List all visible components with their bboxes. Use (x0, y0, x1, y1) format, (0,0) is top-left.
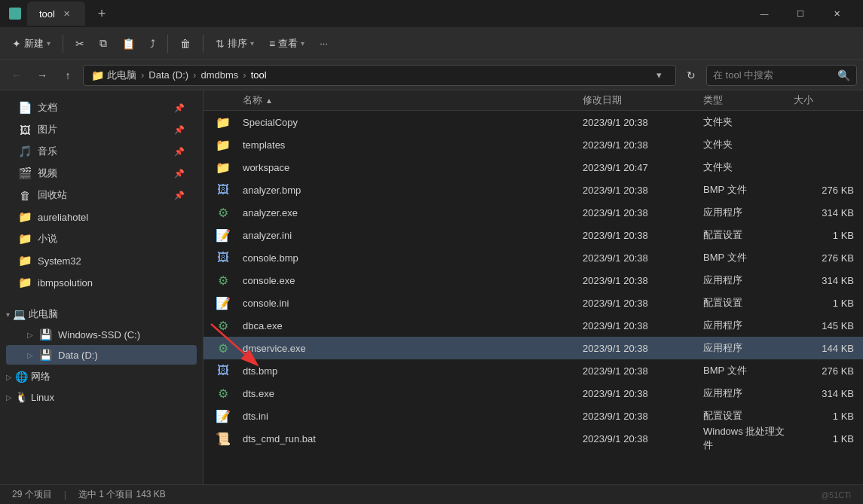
address-dropdown-button[interactable]: ▾ (650, 66, 668, 84)
tab-close-button[interactable]: ✕ (61, 8, 73, 20)
table-row[interactable]: 🖼 dts.bmp 2023/9/1 20:38 BMP 文件 276 KB (204, 359, 863, 382)
sidebar-item-music[interactable]: 🎵 音乐 📌 (6, 141, 197, 162)
expand-data-d-icon: ▷ (27, 351, 33, 359)
sort-by-type[interactable]: 类型 (697, 93, 788, 107)
view-button[interactable]: ≡ 查看 ▾ (263, 33, 311, 54)
sidebar-item-docs[interactable]: 📄 文档 📌 (6, 97, 197, 118)
file-icon-cell: 🖼 (204, 182, 243, 197)
refresh-button[interactable]: ↻ (681, 65, 702, 86)
sort-by-size[interactable]: 大小 (788, 93, 863, 107)
file-name: templates (243, 139, 577, 151)
move-icon: ⤴ (150, 38, 155, 50)
sort-by-name[interactable]: 名称 ▲ (204, 93, 577, 107)
watermark: @51CTi (821, 490, 851, 499)
item-count: 29 个项目 (12, 488, 52, 501)
new-button[interactable]: ✦ 新建 ▾ (6, 33, 57, 54)
sidebar-item-videos[interactable]: 🎬 视频 📌 (6, 163, 197, 184)
aurelia-icon: 📁 (18, 210, 32, 224)
cut-button[interactable]: ✂ (69, 34, 90, 53)
sidebar-item-novel[interactable]: 📁 小说 (6, 228, 197, 249)
file-date: 2023/9/1 20:47 (577, 162, 697, 173)
name-header-label: 名称 (243, 93, 262, 107)
sort-button[interactable]: ⇅ 排序 ▾ (210, 33, 260, 54)
file-type: 文件夹 (697, 115, 788, 129)
sidebar-item-aurelia[interactable]: 📁 aureliahotel (6, 206, 197, 228)
file-name: SpecialCopy (243, 117, 577, 128)
move-button[interactable]: ⤴ (144, 34, 161, 53)
music-pin: 📌 (174, 147, 185, 157)
sidebar-sys32-label: System32 (38, 255, 81, 267)
forward-button[interactable]: → (32, 65, 53, 86)
sidebar-thispc-section[interactable]: ▾ 💻 此电脑 (0, 303, 203, 324)
sidebar-images-label: 图片 (38, 123, 57, 136)
sidebar-network-section[interactable]: ▷ 🌐 网络 (0, 365, 203, 386)
sidebar-item-ibmp[interactable]: 📁 ibmpsolution (6, 272, 197, 293)
file-type: 应用程序 (697, 319, 788, 332)
file-size: 276 KB (788, 365, 863, 377)
file-date: 2023/9/1 20:38 (577, 433, 697, 444)
file-type: BMP 文件 (697, 364, 788, 377)
file-type: 文件夹 (697, 160, 788, 174)
titlebar: tool ✕ + — ☐ ✕ (0, 0, 863, 27)
search-box[interactable]: 在 tool 中搜索 🔍 (706, 65, 857, 86)
copy-icon: ⧉ (99, 37, 107, 50)
images-icon: 🖼 (18, 124, 32, 136)
sidebar-item-images[interactable]: 🖼 图片 📌 (6, 119, 197, 140)
table-row[interactable]: ⚙ analyzer.exe 2023/9/1 20:38 应用程序 314 K… (204, 201, 863, 224)
back-button[interactable]: ← (6, 65, 27, 86)
search-icon[interactable]: 🔍 (837, 69, 850, 81)
file-name: console.bmp (243, 252, 577, 264)
delete-button[interactable]: 🗑 (174, 34, 197, 53)
table-row[interactable]: ⚙ console.exe 2023/9/1 20:38 应用程序 314 KB (204, 269, 863, 292)
file-type-icon: 📁 (216, 115, 231, 130)
sidebar-item-data-d[interactable]: ▷ 💾 Data (D:) (6, 345, 197, 365)
file-date: 2023/9/1 20:38 (577, 230, 697, 241)
size-header-label: 大小 (794, 93, 813, 107)
sort-dropdown-icon: ▾ (250, 39, 254, 47)
statusbar-separator: | (64, 490, 66, 500)
close-button[interactable]: ✕ (819, 2, 854, 26)
active-tab[interactable]: tool ✕ (27, 2, 85, 26)
table-row[interactable]: 🖼 console.bmp 2023/9/1 20:38 BMP 文件 276 … (204, 246, 863, 269)
more-label: ··· (320, 38, 328, 49)
file-icon-cell: 📝 (204, 228, 243, 243)
crumb-current: tool (251, 69, 267, 81)
file-name: console.exe (243, 275, 577, 286)
sort-by-date[interactable]: 修改日期 (577, 93, 697, 107)
copy-button[interactable]: ⧉ (93, 33, 113, 53)
sidebar-item-sys32[interactable]: 📁 System32 (6, 250, 197, 271)
maximize-button[interactable]: ☐ (783, 2, 818, 26)
paste-button[interactable]: 📋 (116, 34, 141, 53)
new-tab-button[interactable]: + (91, 3, 112, 24)
up-button[interactable]: ↑ (57, 65, 78, 86)
table-row[interactable]: 📝 console.ini 2023/9/1 20:38 配置设置 1 KB (204, 292, 863, 314)
file-name: analyzer.bmp (243, 185, 577, 196)
main-area: 📄 文档 📌 🖼 图片 📌 🎵 音乐 📌 🎬 视频 📌 🗑 回收站 📌 📁 au… (0, 90, 863, 484)
sidebar-music-label: 音乐 (38, 145, 57, 158)
sidebar-item-win-ssd[interactable]: ▷ 💾 Windows-SSD (C:) (6, 325, 197, 344)
table-row[interactable]: 📁 workspace 2023/9/1 20:47 文件夹 (204, 156, 863, 179)
file-icon-cell: 📝 (204, 408, 243, 423)
recycle-pin: 📌 (174, 191, 185, 200)
more-button[interactable]: ··· (314, 34, 334, 53)
table-row[interactable]: ⚙ dmservice.exe 2023/9/1 20:38 应用程序 144 … (204, 337, 863, 359)
address-path[interactable]: 📁 此电脑 › Data (D:) › dmdbms › tool ▾ (83, 65, 676, 86)
table-row[interactable]: 📝 analyzer.ini 2023/9/1 20:38 配置设置 1 KB (204, 224, 863, 246)
linux-chevron-icon: ▷ (6, 393, 12, 402)
sidebar-item-recycle[interactable]: 🗑 回收站 📌 (6, 185, 197, 206)
file-type-icon: ⚙ (216, 341, 231, 356)
sidebar: 📄 文档 📌 🖼 图片 📌 🎵 音乐 📌 🎬 视频 📌 🗑 回收站 📌 📁 au… (0, 90, 204, 484)
table-row[interactable]: 📝 dts.ini 2023/9/1 20:38 配置设置 1 KB (204, 405, 863, 427)
sidebar-linux-section[interactable]: ▷ 🐧 Linux (0, 386, 203, 406)
table-row[interactable]: ⚙ dts.exe 2023/9/1 20:38 应用程序 314 KB (204, 382, 863, 405)
table-row[interactable]: 📜 dts_cmd_run.bat 2023/9/1 20:38 Windows… (204, 427, 863, 450)
view-icon: ≡ (269, 38, 275, 50)
table-row[interactable]: 🖼 analyzer.bmp 2023/9/1 20:38 BMP 文件 276… (204, 179, 863, 201)
table-row[interactable]: 📁 templates 2023/9/1 20:38 文件夹 (204, 133, 863, 156)
paste-icon: 📋 (122, 38, 135, 50)
view-label: 查看 (278, 37, 298, 50)
table-row[interactable]: ⚙ dbca.exe 2023/9/1 20:38 应用程序 145 KB (204, 314, 863, 337)
table-row[interactable]: 📁 SpecialCopy 2023/9/1 20:38 文件夹 (204, 111, 863, 133)
minimize-button[interactable]: — (747, 2, 782, 26)
file-date: 2023/9/1 20:38 (577, 139, 697, 151)
